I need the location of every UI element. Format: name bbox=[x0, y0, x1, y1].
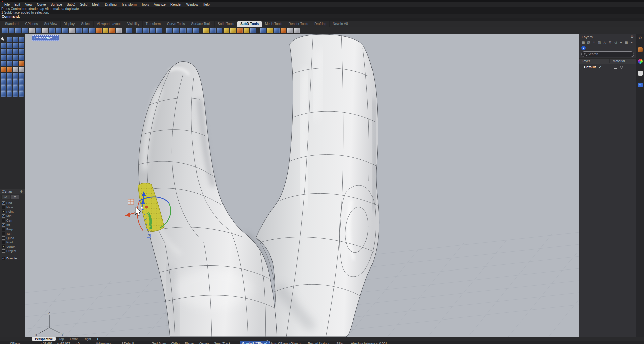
toolbar-tab[interactable]: Display bbox=[61, 21, 78, 27]
post-icon[interactable] bbox=[19, 79, 24, 85]
osnap-snap-tab-icon[interactable]: ◎ bbox=[1, 195, 10, 199]
command-line[interactable]: Command: bbox=[0, 14, 644, 18]
status-item[interactable]: Filter bbox=[337, 341, 344, 344]
subd-link-alt-icon[interactable] bbox=[187, 28, 192, 33]
subd-sphere-pin-icon[interactable] bbox=[274, 28, 280, 33]
bend-icon[interactable] bbox=[1, 79, 6, 85]
arc-two-icon[interactable] bbox=[19, 49, 24, 54]
subd-cube-icon[interactable] bbox=[15, 28, 21, 33]
gear-icon[interactable]: ⚙ bbox=[630, 35, 634, 39]
units-indicator[interactable]: Millimeters bbox=[96, 341, 111, 344]
status-item[interactable]: Auto CPlane (Object) bbox=[270, 341, 301, 344]
subd-symmetry-icon[interactable] bbox=[126, 28, 132, 33]
osnap-checkbox[interactable] bbox=[2, 206, 5, 209]
subd-face-icon[interactable] bbox=[143, 28, 149, 33]
osnap-option[interactable]: End bbox=[0, 201, 25, 205]
subd-globe-icon[interactable] bbox=[217, 28, 222, 33]
explosion-icon[interactable] bbox=[7, 67, 12, 72]
Default[interactable]: Default ✓ bbox=[579, 64, 636, 70]
separator[interactable] bbox=[201, 28, 201, 33]
chevron-down-icon[interactable]: ▾ bbox=[55, 36, 59, 40]
grid-view-icon[interactable]: ▦ bbox=[624, 41, 628, 44]
properties-tab-icon[interactable] bbox=[638, 71, 643, 76]
current-layer-indicator[interactable]: Default bbox=[120, 341, 134, 344]
subd-fold-icon[interactable] bbox=[224, 28, 229, 33]
osnap-checkbox[interactable] bbox=[2, 236, 5, 240]
osnap-disable-checkbox[interactable] bbox=[2, 257, 5, 260]
duplicate-layer-icon[interactable]: ▥ bbox=[597, 41, 601, 44]
osnap-option[interactable]: Int bbox=[0, 223, 25, 227]
osnap-checkbox[interactable] bbox=[2, 214, 5, 218]
control-points-icon[interactable] bbox=[294, 28, 300, 33]
toolbar-tab[interactable]: Set View bbox=[41, 21, 60, 27]
menu-item[interactable]: Analyze bbox=[151, 3, 168, 6]
toolbar-tab[interactable]: Viewport Layout bbox=[94, 21, 124, 27]
osnap-checkbox[interactable] bbox=[2, 228, 5, 231]
separator[interactable] bbox=[134, 28, 134, 33]
menu-item[interactable]: Curve bbox=[35, 3, 48, 6]
subd-ellipsoid-icon[interactable] bbox=[56, 28, 61, 33]
cylinder-icon[interactable] bbox=[1, 49, 6, 54]
anchor-icon[interactable] bbox=[19, 91, 24, 97]
gumball-scale-x-handle[interactable] bbox=[145, 206, 148, 208]
layers-search-input[interactable]: Search bbox=[581, 51, 634, 57]
subd-sphere-x-icon[interactable] bbox=[260, 28, 266, 33]
torus-icon[interactable] bbox=[7, 49, 12, 54]
flame-wave-icon[interactable] bbox=[19, 61, 24, 66]
menu-item[interactable]: Transform bbox=[119, 3, 139, 6]
hook-alt-icon[interactable] bbox=[7, 73, 12, 79]
funnel-icon[interactable] bbox=[287, 28, 293, 33]
stack-icon[interactable] bbox=[1, 61, 6, 66]
toolbar-tab[interactable]: Surface Tools bbox=[188, 21, 215, 27]
toolbar-tab[interactable]: New in V8 bbox=[330, 21, 351, 27]
osnap-option[interactable]: Mid bbox=[0, 214, 25, 218]
subd-ring-icon[interactable] bbox=[42, 28, 48, 33]
subd-bridge-icon[interactable] bbox=[69, 28, 75, 33]
osnap-option[interactable]: Quad bbox=[0, 236, 25, 240]
osnap-disable-option[interactable]: Disable bbox=[0, 256, 25, 260]
cap-form-icon[interactable] bbox=[7, 55, 12, 60]
filter-icon[interactable]: ▼ bbox=[619, 41, 623, 44]
subd-flip-icon[interactable] bbox=[83, 28, 88, 33]
toolbar-tab[interactable]: Solid Tools bbox=[215, 21, 237, 27]
separator[interactable] bbox=[164, 28, 164, 33]
toolbar-tab[interactable]: SubD Tools bbox=[237, 21, 262, 27]
osnap-option[interactable]: Tan bbox=[0, 231, 25, 236]
viewport-tab[interactable]: Right bbox=[81, 337, 94, 341]
subd-list-icon[interactable] bbox=[244, 28, 249, 33]
toolbar-tab[interactable]: Curve Tools bbox=[164, 21, 188, 27]
subd-box-icon[interactable] bbox=[2, 28, 8, 33]
subd-plane-icon[interactable] bbox=[36, 28, 41, 33]
subd-stitch-icon[interactable] bbox=[89, 28, 95, 33]
status-toggle[interactable]: Ortho bbox=[171, 341, 180, 344]
new-sublayer-icon[interactable]: ▧ bbox=[587, 41, 591, 44]
viewport-tab[interactable]: Front bbox=[67, 337, 81, 341]
subd-brush-icon[interactable] bbox=[237, 28, 243, 33]
rod-icon[interactable] bbox=[19, 73, 24, 79]
menu-item[interactable]: Help bbox=[200, 3, 212, 6]
corner-icon[interactable] bbox=[1, 91, 6, 97]
toolbar-tab[interactable]: Standard bbox=[2, 21, 22, 27]
gumball-toggle[interactable]: Gumball (CPlane) bbox=[240, 341, 270, 344]
perspective-viewport[interactable]: z x y Perspective ▾ bbox=[25, 34, 579, 337]
menu-item[interactable]: View bbox=[22, 3, 35, 6]
subd-cap-icon[interactable] bbox=[150, 28, 155, 33]
clamp-icon[interactable] bbox=[13, 73, 18, 79]
subd-wrench-icon[interactable] bbox=[173, 28, 179, 33]
menu-item[interactable]: Surface bbox=[48, 3, 64, 6]
toolbar-tab[interactable]: Drafting bbox=[311, 21, 330, 27]
osnap-option[interactable]: Cen bbox=[0, 218, 25, 223]
osnap-option[interactable]: Project bbox=[0, 249, 25, 253]
subd-sphere-icon[interactable] bbox=[49, 28, 55, 33]
burst-icon[interactable] bbox=[1, 67, 6, 72]
curve-tool-icon[interactable] bbox=[7, 79, 12, 85]
block-icon[interactable] bbox=[13, 85, 18, 91]
subd-cone-icon[interactable] bbox=[22, 28, 28, 33]
subd-chain-icon[interactable] bbox=[193, 28, 199, 33]
block-alt-icon[interactable] bbox=[19, 85, 24, 91]
osnap-checkbox[interactable] bbox=[2, 232, 5, 235]
menu-item[interactable]: Window bbox=[184, 3, 201, 6]
osnap-option[interactable]: Perp bbox=[0, 227, 25, 231]
hook-icon[interactable] bbox=[1, 73, 6, 79]
sphere-points-icon[interactable] bbox=[7, 37, 12, 42]
